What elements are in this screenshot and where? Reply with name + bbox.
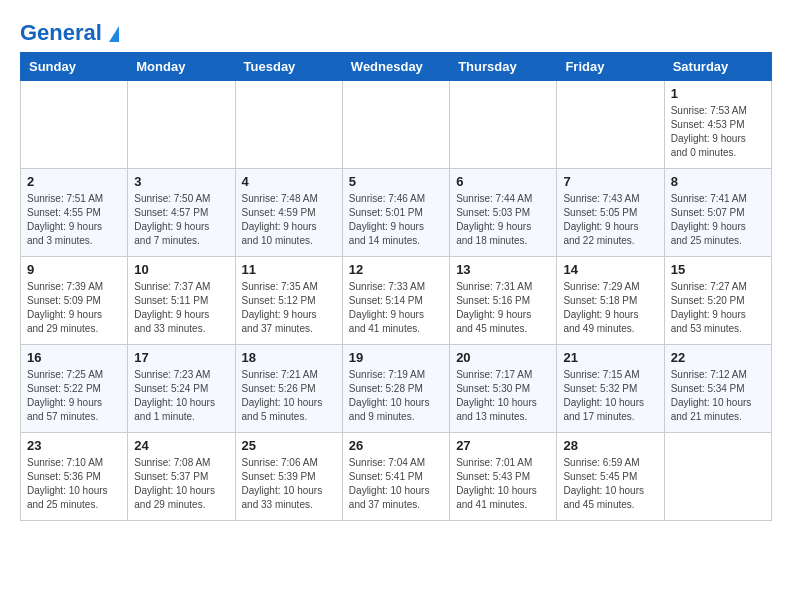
calendar-header-wednesday: Wednesday [342, 53, 449, 81]
day-number: 10 [134, 262, 228, 277]
day-info: Sunrise: 7:01 AM Sunset: 5:43 PM Dayligh… [456, 456, 550, 512]
day-info: Sunrise: 7:35 AM Sunset: 5:12 PM Dayligh… [242, 280, 336, 336]
day-number: 22 [671, 350, 765, 365]
day-number: 17 [134, 350, 228, 365]
calendar-cell: 19Sunrise: 7:19 AM Sunset: 5:28 PM Dayli… [342, 345, 449, 433]
day-info: Sunrise: 7:21 AM Sunset: 5:26 PM Dayligh… [242, 368, 336, 424]
calendar-header-saturday: Saturday [664, 53, 771, 81]
day-info: Sunrise: 7:50 AM Sunset: 4:57 PM Dayligh… [134, 192, 228, 248]
calendar-cell: 17Sunrise: 7:23 AM Sunset: 5:24 PM Dayli… [128, 345, 235, 433]
day-number: 19 [349, 350, 443, 365]
calendar-cell: 5Sunrise: 7:46 AM Sunset: 5:01 PM Daylig… [342, 169, 449, 257]
day-info: Sunrise: 7:43 AM Sunset: 5:05 PM Dayligh… [563, 192, 657, 248]
calendar-cell: 13Sunrise: 7:31 AM Sunset: 5:16 PM Dayli… [450, 257, 557, 345]
calendar-cell: 9Sunrise: 7:39 AM Sunset: 5:09 PM Daylig… [21, 257, 128, 345]
day-number: 23 [27, 438, 121, 453]
calendar-cell: 23Sunrise: 7:10 AM Sunset: 5:36 PM Dayli… [21, 433, 128, 521]
calendar-cell: 18Sunrise: 7:21 AM Sunset: 5:26 PM Dayli… [235, 345, 342, 433]
day-number: 16 [27, 350, 121, 365]
calendar-week-3: 9Sunrise: 7:39 AM Sunset: 5:09 PM Daylig… [21, 257, 772, 345]
calendar-cell: 6Sunrise: 7:44 AM Sunset: 5:03 PM Daylig… [450, 169, 557, 257]
day-info: Sunrise: 7:10 AM Sunset: 5:36 PM Dayligh… [27, 456, 121, 512]
calendar-cell: 16Sunrise: 7:25 AM Sunset: 5:22 PM Dayli… [21, 345, 128, 433]
calendar-cell: 22Sunrise: 7:12 AM Sunset: 5:34 PM Dayli… [664, 345, 771, 433]
day-number: 12 [349, 262, 443, 277]
day-info: Sunrise: 7:15 AM Sunset: 5:32 PM Dayligh… [563, 368, 657, 424]
calendar-cell [235, 81, 342, 169]
day-info: Sunrise: 7:12 AM Sunset: 5:34 PM Dayligh… [671, 368, 765, 424]
day-info: Sunrise: 7:48 AM Sunset: 4:59 PM Dayligh… [242, 192, 336, 248]
day-number: 15 [671, 262, 765, 277]
day-info: Sunrise: 7:06 AM Sunset: 5:39 PM Dayligh… [242, 456, 336, 512]
calendar-week-4: 16Sunrise: 7:25 AM Sunset: 5:22 PM Dayli… [21, 345, 772, 433]
day-number: 18 [242, 350, 336, 365]
day-number: 7 [563, 174, 657, 189]
calendar-cell: 8Sunrise: 7:41 AM Sunset: 5:07 PM Daylig… [664, 169, 771, 257]
calendar-cell [342, 81, 449, 169]
day-info: Sunrise: 7:29 AM Sunset: 5:18 PM Dayligh… [563, 280, 657, 336]
day-number: 3 [134, 174, 228, 189]
calendar-cell: 25Sunrise: 7:06 AM Sunset: 5:39 PM Dayli… [235, 433, 342, 521]
day-info: Sunrise: 7:17 AM Sunset: 5:30 PM Dayligh… [456, 368, 550, 424]
calendar-cell: 20Sunrise: 7:17 AM Sunset: 5:30 PM Dayli… [450, 345, 557, 433]
day-info: Sunrise: 7:23 AM Sunset: 5:24 PM Dayligh… [134, 368, 228, 424]
calendar-header-friday: Friday [557, 53, 664, 81]
calendar-cell: 26Sunrise: 7:04 AM Sunset: 5:41 PM Dayli… [342, 433, 449, 521]
day-number: 27 [456, 438, 550, 453]
day-info: Sunrise: 7:39 AM Sunset: 5:09 PM Dayligh… [27, 280, 121, 336]
day-info: Sunrise: 7:33 AM Sunset: 5:14 PM Dayligh… [349, 280, 443, 336]
calendar-header-tuesday: Tuesday [235, 53, 342, 81]
calendar-week-1: 1Sunrise: 7:53 AM Sunset: 4:53 PM Daylig… [21, 81, 772, 169]
day-number: 26 [349, 438, 443, 453]
day-info: Sunrise: 7:44 AM Sunset: 5:03 PM Dayligh… [456, 192, 550, 248]
calendar-cell: 4Sunrise: 7:48 AM Sunset: 4:59 PM Daylig… [235, 169, 342, 257]
calendar-header-sunday: Sunday [21, 53, 128, 81]
calendar-cell [21, 81, 128, 169]
day-number: 25 [242, 438, 336, 453]
calendar-cell [664, 433, 771, 521]
day-info: Sunrise: 7:27 AM Sunset: 5:20 PM Dayligh… [671, 280, 765, 336]
calendar-cell: 27Sunrise: 7:01 AM Sunset: 5:43 PM Dayli… [450, 433, 557, 521]
day-number: 8 [671, 174, 765, 189]
day-info: Sunrise: 7:53 AM Sunset: 4:53 PM Dayligh… [671, 104, 765, 160]
day-number: 24 [134, 438, 228, 453]
day-number: 6 [456, 174, 550, 189]
day-number: 1 [671, 86, 765, 101]
calendar-week-2: 2Sunrise: 7:51 AM Sunset: 4:55 PM Daylig… [21, 169, 772, 257]
day-info: Sunrise: 7:37 AM Sunset: 5:11 PM Dayligh… [134, 280, 228, 336]
calendar-cell: 15Sunrise: 7:27 AM Sunset: 5:20 PM Dayli… [664, 257, 771, 345]
day-info: Sunrise: 7:25 AM Sunset: 5:22 PM Dayligh… [27, 368, 121, 424]
calendar-cell: 21Sunrise: 7:15 AM Sunset: 5:32 PM Dayli… [557, 345, 664, 433]
logo: General [20, 20, 119, 42]
calendar-cell: 24Sunrise: 7:08 AM Sunset: 5:37 PM Dayli… [128, 433, 235, 521]
day-info: Sunrise: 7:08 AM Sunset: 5:37 PM Dayligh… [134, 456, 228, 512]
calendar-header-thursday: Thursday [450, 53, 557, 81]
day-info: Sunrise: 7:51 AM Sunset: 4:55 PM Dayligh… [27, 192, 121, 248]
calendar-cell: 1Sunrise: 7:53 AM Sunset: 4:53 PM Daylig… [664, 81, 771, 169]
day-info: Sunrise: 6:59 AM Sunset: 5:45 PM Dayligh… [563, 456, 657, 512]
day-number: 11 [242, 262, 336, 277]
calendar-header-monday: Monday [128, 53, 235, 81]
day-number: 13 [456, 262, 550, 277]
calendar-cell: 2Sunrise: 7:51 AM Sunset: 4:55 PM Daylig… [21, 169, 128, 257]
day-number: 9 [27, 262, 121, 277]
calendar-cell: 28Sunrise: 6:59 AM Sunset: 5:45 PM Dayli… [557, 433, 664, 521]
calendar-cell: 10Sunrise: 7:37 AM Sunset: 5:11 PM Dayli… [128, 257, 235, 345]
day-number: 14 [563, 262, 657, 277]
day-number: 28 [563, 438, 657, 453]
logo-text: General [20, 20, 119, 46]
day-info: Sunrise: 7:04 AM Sunset: 5:41 PM Dayligh… [349, 456, 443, 512]
calendar-week-5: 23Sunrise: 7:10 AM Sunset: 5:36 PM Dayli… [21, 433, 772, 521]
day-number: 20 [456, 350, 550, 365]
day-number: 4 [242, 174, 336, 189]
calendar-cell [450, 81, 557, 169]
day-number: 5 [349, 174, 443, 189]
calendar-cell: 7Sunrise: 7:43 AM Sunset: 5:05 PM Daylig… [557, 169, 664, 257]
calendar-cell: 14Sunrise: 7:29 AM Sunset: 5:18 PM Dayli… [557, 257, 664, 345]
calendar-cell [557, 81, 664, 169]
calendar-table: SundayMondayTuesdayWednesdayThursdayFrid… [20, 52, 772, 521]
calendar-header-row: SundayMondayTuesdayWednesdayThursdayFrid… [21, 53, 772, 81]
day-info: Sunrise: 7:41 AM Sunset: 5:07 PM Dayligh… [671, 192, 765, 248]
day-info: Sunrise: 7:46 AM Sunset: 5:01 PM Dayligh… [349, 192, 443, 248]
day-info: Sunrise: 7:31 AM Sunset: 5:16 PM Dayligh… [456, 280, 550, 336]
